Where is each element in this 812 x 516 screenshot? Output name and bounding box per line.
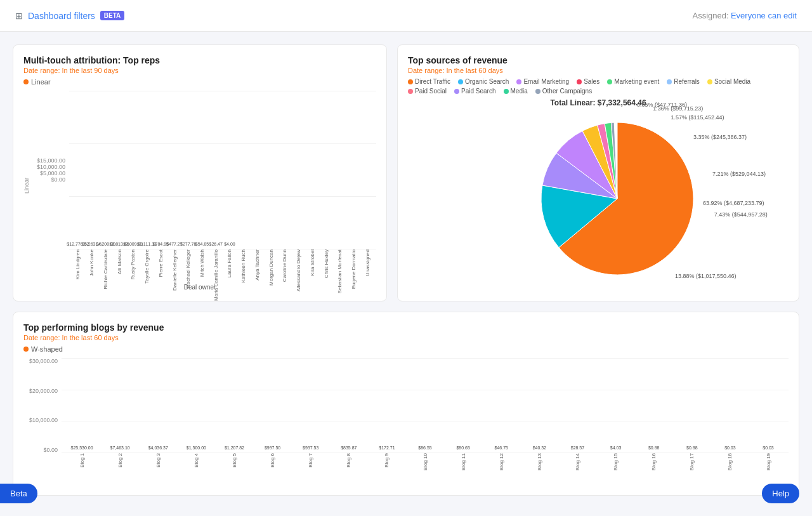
blog-bar-label: Blog 4 bbox=[193, 453, 199, 468]
blog-bar-label: Blog 13 bbox=[537, 453, 542, 470]
beta-pill[interactable]: Beta bbox=[0, 484, 37, 503]
bar-label: Richie Carbisdale bbox=[103, 249, 108, 289]
pie-legend-item: Marketing event bbox=[607, 78, 659, 85]
x-axis-title: Deal owner bbox=[23, 284, 376, 291]
blog-bar-label: Blog 15 bbox=[613, 453, 619, 470]
bar-label: Danielle Kellegher bbox=[172, 249, 178, 291]
blog-bar-value: $86.55 bbox=[418, 446, 431, 450]
blog-bar-value: $46.75 bbox=[495, 446, 508, 450]
top-reps-legend: Linear bbox=[23, 78, 376, 86]
legend-dot bbox=[408, 79, 413, 84]
blog-bar-value: $172.71 bbox=[379, 446, 395, 450]
pie-legend-item: Social Media bbox=[707, 78, 750, 85]
legend-linear-dot bbox=[23, 79, 29, 84]
legend-dot bbox=[535, 89, 540, 94]
svg-text:63.92% ($4,687,233.79): 63.92% ($4,687,233.79) bbox=[703, 200, 764, 206]
legend-dot bbox=[577, 79, 582, 84]
svg-text:7.43% ($544,957.28): 7.43% ($544,957.28) bbox=[714, 211, 768, 218]
blog-bar-value: $0.03 bbox=[724, 446, 736, 450]
blog-bar-value: $4.03 bbox=[610, 446, 622, 450]
legend-dot bbox=[516, 79, 521, 84]
dashboard-filters-link[interactable]: Dashboard filters bbox=[28, 11, 95, 21]
revenue-date: Date range: In the last 60 days bbox=[408, 67, 789, 74]
blog-bar-value: $997.50 bbox=[265, 446, 280, 450]
blog-bar-label: Blog 12 bbox=[499, 453, 504, 470]
everyone-can-edit[interactable]: Everyone can edit bbox=[731, 11, 797, 20]
main-content: Multi-touch attribution: Top reps Date r… bbox=[0, 32, 812, 508]
pie-legend-item: Direct Traffic bbox=[408, 78, 450, 85]
bar-label: Kim Lindgren bbox=[75, 249, 81, 279]
legend-dot bbox=[667, 79, 672, 84]
bar-label: Chris Huxley bbox=[324, 249, 329, 278]
revenue-sources-card: Top sources of revenue Date range: In th… bbox=[397, 44, 799, 301]
legend-wshaped-dot bbox=[23, 347, 29, 352]
pie-legend-item: Organic Search bbox=[458, 78, 509, 85]
beta-badge: BETA bbox=[100, 11, 124, 20]
blog-bar-label: Blog 10 bbox=[422, 453, 428, 470]
blog-bar-label: Blog 1 bbox=[79, 453, 85, 468]
blog-bar-value: $7,463.10 bbox=[110, 446, 130, 450]
bar-label: Rachael Kelleger bbox=[185, 249, 191, 288]
svg-text:3.35% ($245,386.37): 3.35% ($245,386.37) bbox=[693, 134, 747, 140]
legend-label: Marketing event bbox=[614, 78, 659, 85]
y-axis-label: Linear bbox=[23, 178, 30, 194]
bar-value: $4.00 bbox=[224, 242, 235, 246]
pie-legend-item: Paid Search bbox=[454, 88, 495, 95]
bar-label: Kira Strobel bbox=[310, 249, 315, 276]
top-bar-left: ⊞ Dashboard filters BETA bbox=[15, 11, 124, 21]
assigned-section: Assigned: Everyone can edit bbox=[692, 11, 797, 20]
y-axis: $15,000.00$10,000.00$5,000.00$0.00 bbox=[31, 157, 69, 215]
blog-bar-value: $0.88 bbox=[648, 446, 660, 450]
pie-total: Total Linear: $7,332,564.46 bbox=[408, 98, 789, 107]
bar-value: $26.47 bbox=[209, 242, 223, 246]
blog-bar-label: Blog 6 bbox=[270, 453, 275, 468]
legend-label: Organic Search bbox=[465, 78, 509, 85]
bar-label: Alli Matson bbox=[117, 249, 122, 274]
legend-dot bbox=[458, 79, 463, 84]
pie-legend-item: Sales bbox=[577, 78, 599, 85]
legend-linear-label: Linear bbox=[31, 78, 51, 86]
bar-label: Tayolle Orgoire bbox=[144, 249, 150, 284]
pie-legend-item: Referrals bbox=[667, 78, 700, 85]
assigned-label: Assigned: bbox=[692, 11, 728, 20]
blog-bar-value: $0.03 bbox=[763, 446, 774, 450]
top-reps-chart: Linear $15,000.00$10,000.00$5,000.00$0.0… bbox=[23, 91, 376, 281]
legend-dot bbox=[504, 89, 509, 94]
legend-dot bbox=[707, 79, 712, 84]
charts-row: Multi-touch attribution: Top reps Date r… bbox=[13, 44, 799, 301]
help-button[interactable]: Help bbox=[762, 484, 799, 503]
blog-bar-label: Blog 14 bbox=[575, 453, 580, 470]
legend-label: Paid Search bbox=[461, 88, 495, 95]
blog-bar-label: Blog 5 bbox=[232, 453, 237, 468]
top-reps-card: Multi-touch attribution: Top reps Date r… bbox=[13, 44, 387, 301]
blog-bar-label: Blog 7 bbox=[308, 453, 313, 468]
bar-label: Allessandro Dejew bbox=[296, 249, 301, 291]
bar-label: Morgan Duncan bbox=[268, 249, 274, 286]
legend-dot bbox=[454, 89, 459, 94]
legend-dot bbox=[408, 89, 413, 94]
bar-label: Rusty Paston bbox=[130, 249, 136, 280]
bar-chart-inner: $12,776.92Kim Lindgren$5,263.16John Konk… bbox=[69, 91, 376, 281]
blog-bar-label: Blog 18 bbox=[727, 453, 733, 470]
bars-area: $12,776.92Kim Lindgren$5,263.16John Konk… bbox=[69, 91, 376, 249]
blog-bar-label: Blog 2 bbox=[117, 453, 123, 468]
legend-label: Referrals bbox=[674, 78, 700, 85]
pie-legends: Direct TrafficOrganic SearchEmail Market… bbox=[408, 78, 789, 95]
bar-value: $54.05 bbox=[195, 242, 209, 246]
blog-bar-value: $28.57 bbox=[571, 446, 584, 450]
blog-bar-label: Blog 3 bbox=[155, 453, 161, 468]
legend-label: Social Media bbox=[714, 78, 750, 85]
blog-bar-label: Blog 8 bbox=[346, 453, 351, 468]
blog-bar-value: $80.65 bbox=[456, 446, 469, 450]
legend-wshaped-label: W-shaped bbox=[31, 345, 63, 353]
blogs-bars: $25,530.00Blog 1$7,463.10Blog 2$4,036.37… bbox=[62, 358, 789, 453]
svg-text:1.36% ($99,715.23): 1.36% ($99,715.23) bbox=[653, 105, 703, 112]
bar-label: John Konke bbox=[89, 249, 95, 276]
bar-label: Mitch Walsh bbox=[199, 249, 205, 277]
top-bar: ⊞ Dashboard filters BETA Assigned: Every… bbox=[0, 0, 812, 32]
pie-legend-item: Other Campaigns bbox=[535, 88, 592, 95]
pie-area: 0.65% ($47,711.36)1.36% ($99,715.23)1.57… bbox=[408, 110, 789, 288]
blog-bar-value: $1,500.00 bbox=[187, 446, 206, 450]
blog-bar-label: Blog 11 bbox=[461, 453, 466, 470]
bar-label: Maria Camille Jaranillo bbox=[213, 249, 219, 301]
